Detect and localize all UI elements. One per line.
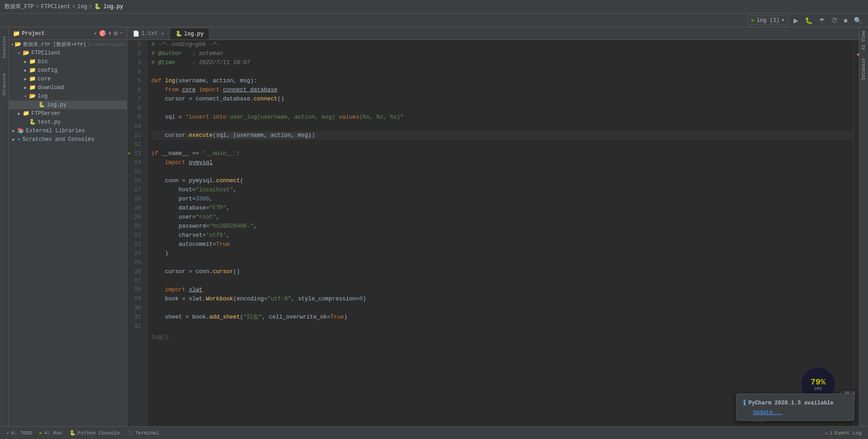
bottom-text-label: log()	[151, 334, 169, 340]
ln-2: 2	[127, 49, 144, 58]
status-terminal[interactable]: ⬛ Terminal	[125, 427, 162, 439]
tree-root[interactable]: ▾ 📂 数据库_FTP [数据库+FTP] C:\Users\ASUS\Desk…	[9, 40, 127, 49]
tab-txt-label: 1.txt	[141, 30, 158, 37]
download-label: download	[38, 85, 64, 91]
tab-txt-close[interactable]: ✕	[161, 31, 164, 36]
status-python-console[interactable]: 🐍 Python Console	[67, 427, 122, 439]
right-vtab-database[interactable]: Database	[860, 55, 867, 84]
run-config-icon: ▶	[752, 17, 755, 24]
tree-log[interactable]: ▾ 📂 log	[9, 92, 127, 100]
sidebar-title: Project	[22, 30, 92, 37]
tree-ftpclient[interactable]: ▾ 📂 FTPClient	[9, 49, 127, 57]
code-line-9: sql = "insert into user_log(username, ac…	[151, 113, 853, 122]
right-gutter	[853, 40, 859, 426]
notification-title: ℹ PyCharm 2020.1.5 available	[743, 399, 848, 408]
profile-button[interactable]: ⏱	[829, 16, 839, 25]
code-line-13: if __name__ == '__main__':	[151, 149, 853, 158]
error-icon: ⚠	[825, 430, 828, 436]
stop-button[interactable]: ■	[842, 16, 849, 25]
bin-arrow: ▶	[23, 59, 28, 65]
code-line-19: database="FTP",	[151, 204, 853, 213]
txt-icon: 📄	[133, 30, 140, 37]
code-line-18: port=3306,	[151, 195, 853, 204]
logpy-label: log.py	[47, 102, 66, 108]
vtab-structure[interactable]: Structure	[0, 66, 9, 103]
code-line-32	[151, 322, 853, 331]
tree-config[interactable]: ▶ 📁 config	[9, 66, 127, 75]
sep3: >	[89, 4, 92, 10]
ftpclient-arrow: ▾	[16, 50, 22, 56]
breadcrumb-project: 数据库_FTP	[5, 3, 34, 10]
debug-button[interactable]: 🐛	[803, 16, 814, 25]
vtab-favorites[interactable]: Favorites	[0, 29, 9, 65]
gutter-mark	[857, 54, 859, 55]
ln-15: 15	[127, 167, 144, 176]
tab-txt[interactable]: 📄 1.txt ✕	[127, 28, 170, 40]
ln-10: 10	[127, 122, 144, 131]
code-line-11: cursor.execute(sql, (username, action, m…	[151, 131, 853, 140]
status-run[interactable]: ▶ 4: Run	[37, 427, 65, 439]
ftpserver-arrow: ▶	[16, 111, 22, 116]
sidebar-header: 📁 Project ▾ 🎯 ⬍ ⚙ −	[9, 27, 127, 40]
tree-testpy[interactable]: 🐍 test.py	[9, 118, 127, 126]
run-button[interactable]: ▶	[792, 16, 800, 25]
code-line-20: user="root",	[151, 213, 853, 222]
python-console-icon: 🐍	[70, 430, 76, 436]
collapse-icon[interactable]: −	[120, 30, 123, 37]
ln-21: 21	[127, 222, 144, 231]
tree-core[interactable]: ▶ 📁 core	[9, 75, 127, 83]
breadcrumb-folder: log	[77, 4, 87, 10]
scratches-icon: ✦	[17, 136, 20, 143]
tree-ftpserver[interactable]: ▶ 📁 FTPServer	[9, 109, 127, 118]
tree-download[interactable]: ▶ 📁 download	[9, 83, 127, 92]
download-arrow: ▶	[23, 85, 28, 90]
code-line-2: # @author : aoteman	[151, 49, 853, 58]
ln-31: 31	[127, 313, 144, 322]
coverage-button[interactable]: ☂	[817, 16, 827, 25]
config-arrow: ▶	[23, 68, 28, 73]
code-line-22: charset='utf8',	[151, 231, 853, 240]
run-icon: ▶	[40, 430, 43, 436]
log-label: log	[38, 93, 48, 100]
locate-icon[interactable]: 🎯	[99, 30, 106, 37]
right-vtab-aiview[interactable]: AI View	[860, 27, 867, 54]
tree-extlib[interactable]: ▶ 📚 External Libraries	[9, 126, 127, 135]
terminal-icon: ⬛	[127, 430, 134, 436]
run-config-selector[interactable]: ▶ log (1) ▾	[748, 15, 789, 25]
status-bar: ✓ 6: TODO ▶ 4: Run 🐍 Python Console ⬛ Te…	[0, 426, 868, 439]
breadcrumb-file: log.py	[104, 4, 123, 10]
core-arrow: ▶	[23, 76, 28, 82]
code-line-24: )	[151, 249, 853, 258]
tree-logpy[interactable]: 🐍 log.py	[9, 100, 127, 109]
toolbar: ▶ log (1) ▾ ▶ 🐛 ☂ ⏱ ■ 🔍	[0, 14, 868, 27]
tree-bin[interactable]: ▶ 📁 bin	[9, 57, 127, 66]
fold-arrow-13[interactable]: ▶	[128, 149, 131, 158]
notification-text: PyCharm 2020.1.5 available	[748, 400, 833, 406]
extlib-arrow: ▶	[11, 128, 16, 134]
extlib-label: External Libraries	[26, 128, 85, 134]
tab-logpy[interactable]: 🐍 log.py	[170, 28, 210, 40]
search-button[interactable]: 🔍	[852, 16, 863, 25]
expand-icon[interactable]: ⬍	[108, 30, 112, 37]
ln-26: 26	[127, 267, 144, 276]
sidebar-icons: 🎯 ⬍ ⚙ −	[99, 30, 123, 37]
code-content[interactable]: # -*- coding=gbk -*- # @author : aoteman…	[148, 40, 853, 426]
ftpserver-icon: 📁	[23, 110, 30, 117]
file-icon: 🐍	[94, 3, 101, 10]
code-line-5: def log(username, action, msg):	[151, 76, 853, 85]
settings-icon[interactable]: ⚙	[114, 30, 117, 37]
python-console-label: Python Console	[78, 430, 120, 436]
ln-29: 29	[127, 294, 144, 304]
run-config-name: log (1)	[757, 17, 779, 24]
code-line-28: import xlwt	[151, 285, 853, 294]
sep2: >	[72, 4, 75, 10]
code-editor[interactable]: 1 2 3 4 5 6 7 8 9 10 11 12 ▶ 13 14 15 16…	[127, 40, 859, 426]
ln-18: 18	[127, 195, 144, 204]
status-todo[interactable]: ✓ 6: TODO	[4, 427, 35, 439]
config-label: config	[38, 67, 57, 74]
notification-link[interactable]: Update...	[753, 409, 783, 416]
tree-scratches[interactable]: ▶ ✦ Scratches and Consoles	[9, 135, 127, 144]
ln-14: 14	[127, 158, 144, 167]
ln-28: 28	[127, 285, 144, 294]
status-event-log[interactable]: ⚠ 1 Event Log	[822, 427, 864, 439]
